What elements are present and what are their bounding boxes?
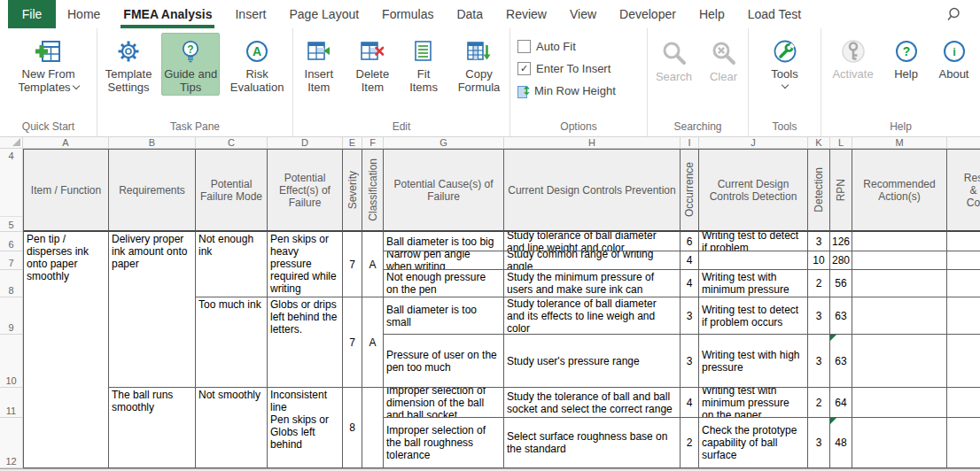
cell-L8-rpn[interactable]: 56 bbox=[830, 270, 852, 297]
template-settings-button[interactable]: Template Settings bbox=[97, 33, 159, 96]
cell-H6[interactable]: Study tolerance of ball diameter and lin… bbox=[504, 232, 681, 251]
cell-C11[interactable]: Not smoothly bbox=[196, 388, 268, 468]
cell-H10[interactable]: Study user's pressure range bbox=[504, 335, 681, 388]
enter-to-insert-checkbox[interactable]: Enter To Insert bbox=[517, 62, 611, 75]
cell-L7-rpn[interactable]: 280 bbox=[830, 251, 852, 270]
cell-E11-severity[interactable]: 8 bbox=[343, 388, 362, 468]
min-row-height-button[interactable]: ↕ Min Row Height bbox=[517, 84, 616, 97]
cell-L6-rpn[interactable]: 126 bbox=[830, 232, 852, 251]
cell-H11[interactable]: Study the tolerance of ball and ball soc… bbox=[504, 388, 681, 418]
row-header-4-5[interactable]: 4 5 bbox=[0, 149, 23, 232]
delete-item-button[interactable]: Delete Item bbox=[346, 33, 400, 96]
row-header-6[interactable]: 6 bbox=[0, 232, 23, 251]
column-header-B[interactable]: B bbox=[109, 137, 196, 149]
select-all-corner[interactable] bbox=[0, 137, 23, 149]
cell-N12[interactable] bbox=[947, 418, 980, 468]
cell-I12-occurrence[interactable]: 2 bbox=[681, 418, 699, 468]
cell-D11[interactable]: Inconsistent line Pen skips or Globs lef… bbox=[268, 388, 343, 468]
cell-J11[interactable]: Writing test with minimum pressure on th… bbox=[699, 388, 808, 418]
cell-N11[interactable] bbox=[947, 388, 980, 418]
cell-header-requirements[interactable]: Requirements bbox=[109, 149, 196, 232]
cell-K12-detection[interactable]: 3 bbox=[808, 418, 830, 468]
column-header-K[interactable]: K bbox=[808, 137, 830, 149]
row-header-9[interactable]: 9 bbox=[0, 297, 23, 335]
tab-formulas[interactable]: Formulas bbox=[370, 0, 445, 28]
cell-L12-rpn[interactable]: 48 bbox=[830, 418, 852, 468]
tab-help[interactable]: Help bbox=[688, 0, 736, 28]
tab-review[interactable]: Review bbox=[494, 0, 558, 28]
cell-M8[interactable] bbox=[852, 270, 947, 297]
cell-N10[interactable] bbox=[947, 335, 980, 388]
cell-G12[interactable]: Improper selection of the ball roughness… bbox=[384, 418, 504, 468]
cell-J6[interactable]: Writing test to detect if problem bbox=[699, 232, 808, 251]
tab-file[interactable]: File bbox=[8, 0, 56, 28]
cell-header-controls-detection[interactable]: Current Design Controls Detection bbox=[699, 149, 808, 232]
cell-E9-severity[interactable]: 7 bbox=[343, 297, 362, 388]
cell-N8[interactable] bbox=[947, 270, 980, 297]
cell-L10-rpn[interactable]: 63 bbox=[830, 335, 852, 388]
cell-B6[interactable]: Delivery proper ink amount onto paper bbox=[109, 232, 196, 388]
cell-M11[interactable] bbox=[852, 388, 947, 418]
cell-G7[interactable]: Narrow pen angle when writing bbox=[384, 251, 504, 270]
cell-I8-occurrence[interactable]: 4 bbox=[681, 270, 699, 297]
cell-header-severity[interactable]: Severity bbox=[343, 149, 362, 232]
cell-header-controls-prevention[interactable]: Current Design Controls Prevention bbox=[504, 149, 681, 232]
cell-K7-detection[interactable]: 10 bbox=[808, 251, 830, 270]
tab-data[interactable]: Data bbox=[445, 0, 494, 28]
cell-header-rpn[interactable]: RPN bbox=[830, 149, 852, 232]
auto-fit-checkbox[interactable]: Auto Fit bbox=[517, 40, 576, 53]
cell-D6[interactable]: Pen skips or heavy pressure required whi… bbox=[268, 232, 343, 297]
cell-H9[interactable]: Study tolerance of ball diameter and its… bbox=[504, 297, 681, 335]
risk-evaluation-button[interactable]: A Risk Evaluation bbox=[222, 33, 292, 96]
cell-header-responsibility[interactable]: Res & Co bbox=[947, 149, 980, 232]
cell-header-potential-failure-mode[interactable]: Potential Failure Mode bbox=[196, 149, 268, 232]
cell-header-classification[interactable]: Classification bbox=[362, 149, 384, 232]
cell-E6-severity[interactable]: 7 bbox=[343, 232, 362, 297]
cell-N6[interactable] bbox=[947, 232, 980, 251]
column-header-E[interactable]: E bbox=[343, 137, 362, 149]
cell-I9-occurrence[interactable]: 3 bbox=[681, 297, 699, 335]
tab-developer[interactable]: Developer bbox=[608, 0, 688, 28]
cell-J12[interactable]: Check the prototype capability of ball s… bbox=[699, 418, 808, 468]
column-header-N[interactable] bbox=[947, 137, 980, 149]
cell-C6[interactable]: Not enough ink bbox=[196, 232, 268, 297]
cell-H12[interactable]: Select surface roughness base on the sta… bbox=[504, 418, 681, 468]
cell-J7[interactable] bbox=[699, 251, 808, 270]
row-header-7[interactable]: 7 bbox=[0, 251, 23, 270]
cell-G11[interactable]: Improper selection of dimension of the b… bbox=[384, 388, 504, 418]
cell-B11[interactable]: The ball runs smoothly bbox=[109, 388, 196, 468]
cell-K8-detection[interactable]: 2 bbox=[808, 270, 830, 297]
cell-M10[interactable] bbox=[852, 335, 947, 388]
cell-M6[interactable] bbox=[852, 232, 947, 251]
help-button[interactable]: ? Help bbox=[884, 33, 929, 82]
cell-F11-classification[interactable] bbox=[362, 388, 384, 468]
cell-N7[interactable] bbox=[947, 251, 980, 270]
cell-N9[interactable] bbox=[947, 297, 980, 335]
column-header-C[interactable]: C bbox=[196, 137, 268, 149]
cell-header-potential-effects[interactable]: Potential Effect(s) of Failure bbox=[268, 149, 343, 232]
cell-H8[interactable]: Study the minimum pressure of users and … bbox=[504, 270, 681, 297]
cell-K11-detection[interactable]: 2 bbox=[808, 388, 830, 418]
column-header-H[interactable]: H bbox=[504, 137, 681, 149]
guide-and-tips-button[interactable]: ? Guide and Tips bbox=[161, 33, 220, 96]
column-header-A[interactable]: A bbox=[23, 137, 109, 149]
tab-load-test[interactable]: Load Test bbox=[736, 0, 813, 28]
cell-header-occurrence[interactable]: Occurrence bbox=[681, 149, 699, 232]
cell-K6-detection[interactable]: 3 bbox=[808, 232, 830, 251]
column-header-G[interactable]: G bbox=[384, 137, 504, 149]
row-header-8[interactable]: 8 bbox=[0, 270, 23, 297]
cell-F9-classification[interactable]: A bbox=[362, 297, 384, 388]
cell-I6-occurrence[interactable]: 6 bbox=[681, 232, 699, 251]
row-header-10[interactable]: 10 bbox=[0, 335, 23, 388]
cell-C9[interactable]: Too much ink bbox=[196, 297, 268, 388]
cell-A6[interactable]: Pen tip / disperses ink onto paper smoot… bbox=[23, 232, 109, 468]
tab-home[interactable]: Home bbox=[56, 0, 112, 28]
cell-G10[interactable]: Pressure of user on the pen too much bbox=[384, 335, 504, 388]
column-header-L[interactable]: L bbox=[830, 137, 852, 149]
cell-K10-detection[interactable]: 3 bbox=[808, 335, 830, 388]
cell-H7[interactable]: Study common range of writing angle bbox=[504, 251, 681, 270]
cell-F6-classification[interactable]: A bbox=[362, 232, 384, 297]
about-button[interactable]: i About bbox=[930, 33, 978, 82]
cell-header-recommended-actions[interactable]: Recommended Action(s) bbox=[852, 149, 947, 232]
column-header-M[interactable]: M bbox=[852, 137, 947, 149]
